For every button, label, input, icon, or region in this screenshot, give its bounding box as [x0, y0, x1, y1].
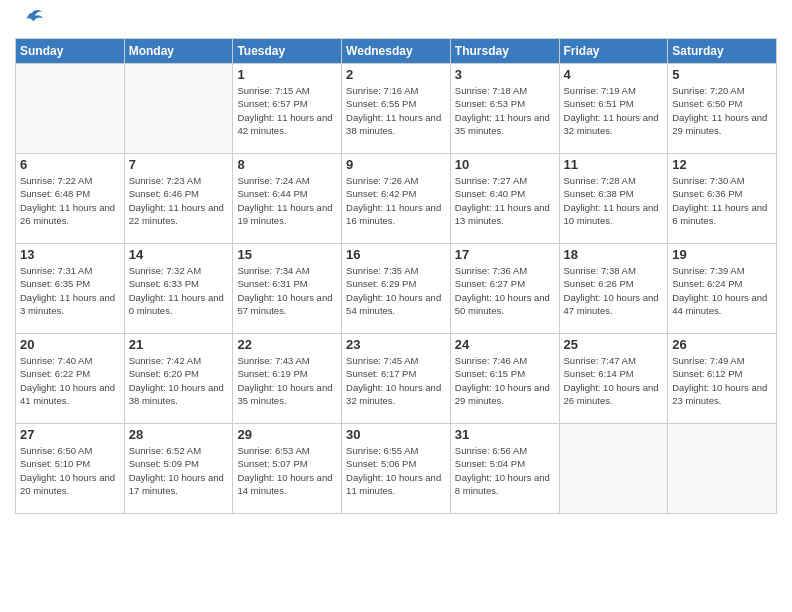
- day-number: 30: [346, 427, 446, 442]
- day-info: Sunrise: 7:39 AM Sunset: 6:24 PM Dayligh…: [672, 264, 772, 317]
- day-cell: 8Sunrise: 7:24 AM Sunset: 6:44 PM Daylig…: [233, 154, 342, 244]
- day-cell: [16, 64, 125, 154]
- day-info: Sunrise: 7:32 AM Sunset: 6:33 PM Dayligh…: [129, 264, 229, 317]
- day-number: 4: [564, 67, 664, 82]
- day-cell: 13Sunrise: 7:31 AM Sunset: 6:35 PM Dayli…: [16, 244, 125, 334]
- day-info: Sunrise: 7:28 AM Sunset: 6:38 PM Dayligh…: [564, 174, 664, 227]
- day-number: 16: [346, 247, 446, 262]
- day-cell: 2Sunrise: 7:16 AM Sunset: 6:55 PM Daylig…: [342, 64, 451, 154]
- day-cell: 3Sunrise: 7:18 AM Sunset: 6:53 PM Daylig…: [450, 64, 559, 154]
- day-cell: 14Sunrise: 7:32 AM Sunset: 6:33 PM Dayli…: [124, 244, 233, 334]
- day-cell: [124, 64, 233, 154]
- day-cell: 18Sunrise: 7:38 AM Sunset: 6:26 PM Dayli…: [559, 244, 668, 334]
- day-number: 28: [129, 427, 229, 442]
- weekday-header-tuesday: Tuesday: [233, 39, 342, 64]
- day-cell: 26Sunrise: 7:49 AM Sunset: 6:12 PM Dayli…: [668, 334, 777, 424]
- day-info: Sunrise: 7:42 AM Sunset: 6:20 PM Dayligh…: [129, 354, 229, 407]
- day-number: 14: [129, 247, 229, 262]
- day-number: 13: [20, 247, 120, 262]
- day-number: 8: [237, 157, 337, 172]
- day-number: 20: [20, 337, 120, 352]
- header: [15, 10, 777, 32]
- day-cell: 4Sunrise: 7:19 AM Sunset: 6:51 PM Daylig…: [559, 64, 668, 154]
- day-info: Sunrise: 7:31 AM Sunset: 6:35 PM Dayligh…: [20, 264, 120, 317]
- day-info: Sunrise: 7:20 AM Sunset: 6:50 PM Dayligh…: [672, 84, 772, 137]
- day-number: 29: [237, 427, 337, 442]
- day-cell: 5Sunrise: 7:20 AM Sunset: 6:50 PM Daylig…: [668, 64, 777, 154]
- day-cell: 30Sunrise: 6:55 AM Sunset: 5:06 PM Dayli…: [342, 424, 451, 514]
- day-info: Sunrise: 7:16 AM Sunset: 6:55 PM Dayligh…: [346, 84, 446, 137]
- day-info: Sunrise: 7:43 AM Sunset: 6:19 PM Dayligh…: [237, 354, 337, 407]
- day-number: 21: [129, 337, 229, 352]
- week-row-1: 1Sunrise: 7:15 AM Sunset: 6:57 PM Daylig…: [16, 64, 777, 154]
- day-info: Sunrise: 7:27 AM Sunset: 6:40 PM Dayligh…: [455, 174, 555, 227]
- day-info: Sunrise: 7:18 AM Sunset: 6:53 PM Dayligh…: [455, 84, 555, 137]
- day-number: 22: [237, 337, 337, 352]
- day-number: 6: [20, 157, 120, 172]
- weekday-header-wednesday: Wednesday: [342, 39, 451, 64]
- day-number: 9: [346, 157, 446, 172]
- day-number: 27: [20, 427, 120, 442]
- day-info: Sunrise: 7:45 AM Sunset: 6:17 PM Dayligh…: [346, 354, 446, 407]
- day-info: Sunrise: 7:46 AM Sunset: 6:15 PM Dayligh…: [455, 354, 555, 407]
- week-row-3: 13Sunrise: 7:31 AM Sunset: 6:35 PM Dayli…: [16, 244, 777, 334]
- day-info: Sunrise: 7:34 AM Sunset: 6:31 PM Dayligh…: [237, 264, 337, 317]
- day-number: 12: [672, 157, 772, 172]
- day-cell: 21Sunrise: 7:42 AM Sunset: 6:20 PM Dayli…: [124, 334, 233, 424]
- day-cell: 22Sunrise: 7:43 AM Sunset: 6:19 PM Dayli…: [233, 334, 342, 424]
- day-cell: 25Sunrise: 7:47 AM Sunset: 6:14 PM Dayli…: [559, 334, 668, 424]
- day-info: Sunrise: 7:35 AM Sunset: 6:29 PM Dayligh…: [346, 264, 446, 317]
- day-cell: 1Sunrise: 7:15 AM Sunset: 6:57 PM Daylig…: [233, 64, 342, 154]
- day-number: 15: [237, 247, 337, 262]
- day-info: Sunrise: 7:15 AM Sunset: 6:57 PM Dayligh…: [237, 84, 337, 137]
- day-info: Sunrise: 7:30 AM Sunset: 6:36 PM Dayligh…: [672, 174, 772, 227]
- day-number: 26: [672, 337, 772, 352]
- day-cell: 31Sunrise: 6:56 AM Sunset: 5:04 PM Dayli…: [450, 424, 559, 514]
- day-cell: 15Sunrise: 7:34 AM Sunset: 6:31 PM Dayli…: [233, 244, 342, 334]
- week-row-2: 6Sunrise: 7:22 AM Sunset: 6:48 PM Daylig…: [16, 154, 777, 244]
- day-number: 5: [672, 67, 772, 82]
- day-number: 24: [455, 337, 555, 352]
- day-info: Sunrise: 7:36 AM Sunset: 6:27 PM Dayligh…: [455, 264, 555, 317]
- week-row-4: 20Sunrise: 7:40 AM Sunset: 6:22 PM Dayli…: [16, 334, 777, 424]
- day-cell: [559, 424, 668, 514]
- day-cell: 17Sunrise: 7:36 AM Sunset: 6:27 PM Dayli…: [450, 244, 559, 334]
- day-cell: 19Sunrise: 7:39 AM Sunset: 6:24 PM Dayli…: [668, 244, 777, 334]
- day-number: 1: [237, 67, 337, 82]
- day-info: Sunrise: 7:47 AM Sunset: 6:14 PM Dayligh…: [564, 354, 664, 407]
- day-cell: [668, 424, 777, 514]
- day-cell: 28Sunrise: 6:52 AM Sunset: 5:09 PM Dayli…: [124, 424, 233, 514]
- bird-icon: [18, 4, 46, 32]
- day-number: 11: [564, 157, 664, 172]
- day-number: 19: [672, 247, 772, 262]
- weekday-header-friday: Friday: [559, 39, 668, 64]
- day-info: Sunrise: 7:40 AM Sunset: 6:22 PM Dayligh…: [20, 354, 120, 407]
- day-info: Sunrise: 7:24 AM Sunset: 6:44 PM Dayligh…: [237, 174, 337, 227]
- day-info: Sunrise: 7:19 AM Sunset: 6:51 PM Dayligh…: [564, 84, 664, 137]
- day-info: Sunrise: 7:26 AM Sunset: 6:42 PM Dayligh…: [346, 174, 446, 227]
- day-number: 23: [346, 337, 446, 352]
- day-info: Sunrise: 6:50 AM Sunset: 5:10 PM Dayligh…: [20, 444, 120, 497]
- weekday-header-sunday: Sunday: [16, 39, 125, 64]
- day-info: Sunrise: 6:53 AM Sunset: 5:07 PM Dayligh…: [237, 444, 337, 497]
- day-number: 10: [455, 157, 555, 172]
- day-info: Sunrise: 7:38 AM Sunset: 6:26 PM Dayligh…: [564, 264, 664, 317]
- day-info: Sunrise: 6:52 AM Sunset: 5:09 PM Dayligh…: [129, 444, 229, 497]
- day-number: 18: [564, 247, 664, 262]
- day-cell: 10Sunrise: 7:27 AM Sunset: 6:40 PM Dayli…: [450, 154, 559, 244]
- day-info: Sunrise: 6:55 AM Sunset: 5:06 PM Dayligh…: [346, 444, 446, 497]
- day-cell: 27Sunrise: 6:50 AM Sunset: 5:10 PM Dayli…: [16, 424, 125, 514]
- logo: [15, 10, 46, 32]
- day-number: 3: [455, 67, 555, 82]
- day-cell: 16Sunrise: 7:35 AM Sunset: 6:29 PM Dayli…: [342, 244, 451, 334]
- day-cell: 9Sunrise: 7:26 AM Sunset: 6:42 PM Daylig…: [342, 154, 451, 244]
- calendar-table: SundayMondayTuesdayWednesdayThursdayFrid…: [15, 38, 777, 514]
- day-number: 31: [455, 427, 555, 442]
- day-number: 2: [346, 67, 446, 82]
- weekday-header-thursday: Thursday: [450, 39, 559, 64]
- day-info: Sunrise: 6:56 AM Sunset: 5:04 PM Dayligh…: [455, 444, 555, 497]
- day-number: 7: [129, 157, 229, 172]
- weekday-header-row: SundayMondayTuesdayWednesdayThursdayFrid…: [16, 39, 777, 64]
- day-info: Sunrise: 7:23 AM Sunset: 6:46 PM Dayligh…: [129, 174, 229, 227]
- weekday-header-monday: Monday: [124, 39, 233, 64]
